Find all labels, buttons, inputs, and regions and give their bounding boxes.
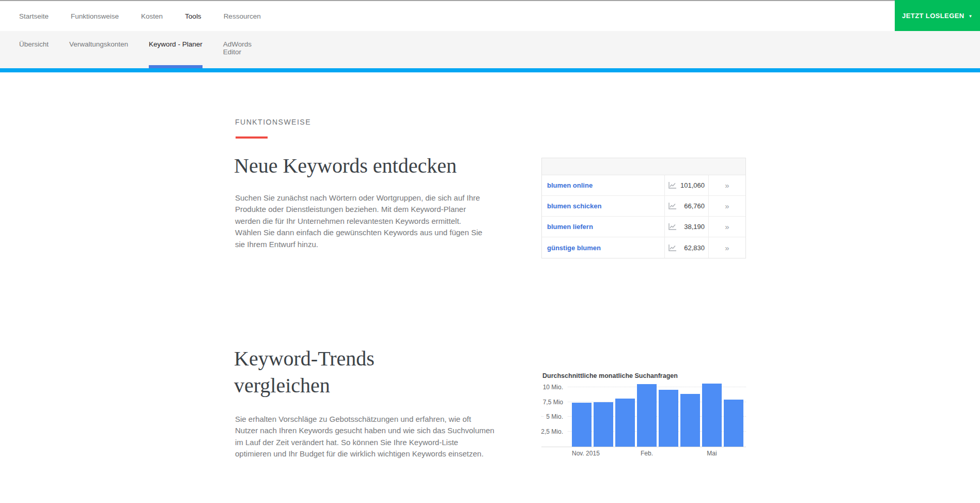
cta-label: JETZT LOSLEGEN [902, 12, 964, 20]
table-row: blumen online 101,060 » [542, 175, 745, 196]
search-volume-cell: 101,060 [664, 175, 708, 195]
section2-title: Keyword-Trends vergleichen [234, 345, 412, 399]
table-header-row [542, 158, 745, 175]
line-chart-icon [668, 245, 676, 251]
section2-body-text: Sie erhalten Vorschläge zu Gebotsschätzu… [235, 414, 496, 460]
table-row: günstige blumen 62,830 » [542, 237, 745, 258]
search-volume-cell: 62,830 [664, 237, 708, 258]
double-chevron-icon: » [708, 217, 745, 237]
chart-bar [702, 384, 722, 447]
chart-bar [594, 402, 613, 447]
chart-bars [568, 383, 746, 447]
keyword-link-text: blumen liefern [542, 223, 664, 231]
chart-bar [724, 400, 743, 447]
chart-bar [680, 394, 700, 447]
chart-x-axis: Nov. 2015Feb.Mai [568, 447, 746, 458]
table-row: blumen schicken 66,760 » [542, 196, 745, 217]
x-axis-tick-label: Feb. [641, 450, 653, 457]
search-volume-value: 62,830 [676, 244, 705, 252]
y-axis-tick-label: 2,5 Mio. [539, 428, 567, 435]
chevron-down-icon: ▼ [969, 14, 973, 19]
line-chart-icon [668, 203, 676, 209]
section1-title: Neue Keywords entdecken [234, 153, 457, 179]
line-chart-icon [668, 182, 676, 189]
tools-subnav: Übersicht Verwaltungskonten Keyword - Pl… [0, 31, 980, 68]
double-chevron-icon: » [708, 237, 745, 258]
section-eyebrow: FUNKTIONSWEISE [235, 118, 311, 126]
adwords-keyword-planer-page: Startseite Funktionsweise Kosten Tools R… [0, 0, 980, 503]
nav-item-tools[interactable]: Tools [185, 12, 201, 20]
y-axis-tick-label: 5 Mio. [544, 413, 567, 420]
table-row: blumen liefern 38,190 » [542, 217, 745, 237]
subnav-item-uebersicht[interactable]: Übersicht [19, 40, 49, 68]
double-chevron-icon: » [708, 175, 745, 195]
nav-item-kosten[interactable]: Kosten [141, 12, 163, 20]
keyword-table-illustration: blumen online 101,060 » blumen schicken … [541, 158, 746, 258]
keyword-link-text: blumen schicken [542, 202, 664, 210]
search-volume-cell: 38,190 [664, 217, 708, 237]
window-top-edge [0, 0, 980, 1]
nav-item-startseite[interactable]: Startseite [19, 12, 49, 20]
double-chevron-icon: » [708, 196, 745, 216]
x-axis-tick-label: Nov. 2015 [572, 450, 600, 457]
subnav-item-keyword-planer[interactable]: Keyword - Planer [149, 40, 203, 68]
chart-plot-area: 10 Mio.7,5 Mio5 Mio.2,5 Mio. [541, 383, 746, 447]
nav-item-funktionsweise[interactable]: Funktionsweise [71, 12, 119, 20]
section1-body-text: Suchen Sie zunächst nach Wörtern oder Wo… [235, 192, 485, 250]
eyebrow-underline [236, 136, 268, 139]
chart-bar [637, 384, 657, 447]
chart-bar [659, 390, 678, 447]
primary-nav: Startseite Funktionsweise Kosten Tools R… [0, 1, 980, 31]
y-axis-tick-label: 7,5 Mio [541, 399, 567, 406]
jetzt-loslegen-button[interactable]: JETZT LOSLEGEN ▼ [895, 0, 980, 31]
line-chart-icon [668, 223, 676, 230]
subnav-item-adwords-editor[interactable]: AdWords Editor [223, 40, 252, 68]
chart-bar [572, 403, 592, 447]
chart-bar [615, 399, 635, 447]
keyword-link-text: günstige blumen [542, 244, 664, 252]
search-volume-value: 66,760 [676, 202, 705, 210]
chart-title: Durchschnittliche monatliche Suchanfrage… [541, 372, 746, 382]
y-axis-tick-label: 10 Mio. [541, 384, 567, 391]
keyword-link-text: blumen online [542, 181, 664, 189]
search-volume-value: 38,190 [676, 223, 705, 231]
x-axis-tick-label: Mai [707, 450, 717, 457]
subnav-item-verwaltungskonten[interactable]: Verwaltungskonten [69, 40, 128, 68]
search-volume-cell: 66,760 [664, 196, 708, 216]
search-volume-value: 101,060 [676, 181, 705, 189]
nav-item-ressourcen[interactable]: Ressourcen [224, 12, 261, 20]
search-volume-bar-chart: Durchschnittliche monatliche Suchanfrage… [541, 372, 746, 458]
accent-divider-bar [0, 68, 980, 72]
